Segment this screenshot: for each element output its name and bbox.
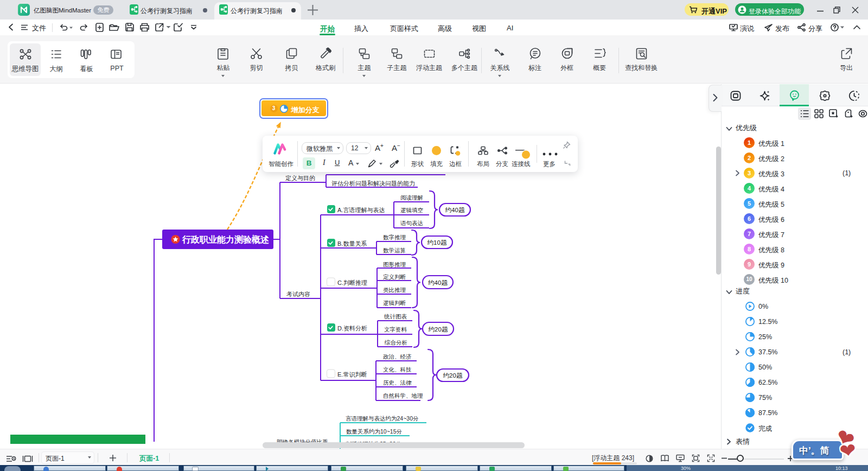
- svg-text:C.判断推理: C.判断推理: [337, 279, 367, 286]
- svg-text:政治、经济: 政治、经济: [383, 353, 412, 360]
- svg-text:文化、科技: 文化、科技: [383, 366, 412, 373]
- svg-text:考试内容: 考试内容: [286, 291, 310, 297]
- svg-text:约40题: 约40题: [428, 279, 448, 286]
- svg-text:约20题: 约20题: [443, 372, 463, 379]
- svg-text:言语理解与表达约为24~30分: 言语理解与表达约为24~30分: [346, 415, 419, 422]
- svg-text:历史、法律: 历史、法律: [383, 379, 412, 386]
- svg-text:D.资料分析: D.资料分析: [337, 325, 367, 332]
- svg-text:类比推理: 类比推理: [383, 287, 406, 293]
- svg-text:行政职业能力测验概述: 行政职业能力测验概述: [182, 234, 269, 244]
- svg-text:统计图表: 统计图表: [384, 313, 407, 320]
- svg-text:逻辑填空: 逻辑填空: [400, 207, 423, 213]
- svg-text:E.常识判断: E.常识判断: [337, 371, 367, 378]
- svg-text:阅读理解: 阅读理解: [400, 194, 423, 201]
- svg-text:评估分析问题和解决问题的能力: 评估分析问题和解决问题的能力: [331, 180, 415, 187]
- svg-text:约20题: 约20题: [429, 326, 448, 333]
- svg-text:约10题: 约10题: [427, 239, 447, 246]
- svg-text:文字资料: 文字资料: [384, 326, 407, 333]
- svg-text:数学运算: 数学运算: [383, 247, 406, 253]
- svg-text:自然科学、地理: 自然科学、地理: [383, 392, 423, 399]
- svg-text:逻辑判断: 逻辑判断: [383, 300, 406, 306]
- svg-text:约40题: 约40题: [445, 207, 465, 213]
- svg-text:A.言语理解与表达: A.言语理解与表达: [337, 207, 385, 213]
- svg-text:定义与目的: 定义与目的: [285, 175, 315, 181]
- svg-text:数量关系约为10~15分: 数量关系约为10~15分: [346, 428, 402, 435]
- svg-text:综合分析: 综合分析: [384, 339, 407, 346]
- svg-text:图形推理: 图形推理: [383, 261, 406, 268]
- svg-text:语句表达: 语句表达: [400, 220, 423, 226]
- svg-text:定义判断: 定义判断: [383, 273, 406, 280]
- svg-text:数字推理: 数字推理: [383, 234, 406, 240]
- svg-text:B.数量关系: B.数量关系: [337, 240, 367, 247]
